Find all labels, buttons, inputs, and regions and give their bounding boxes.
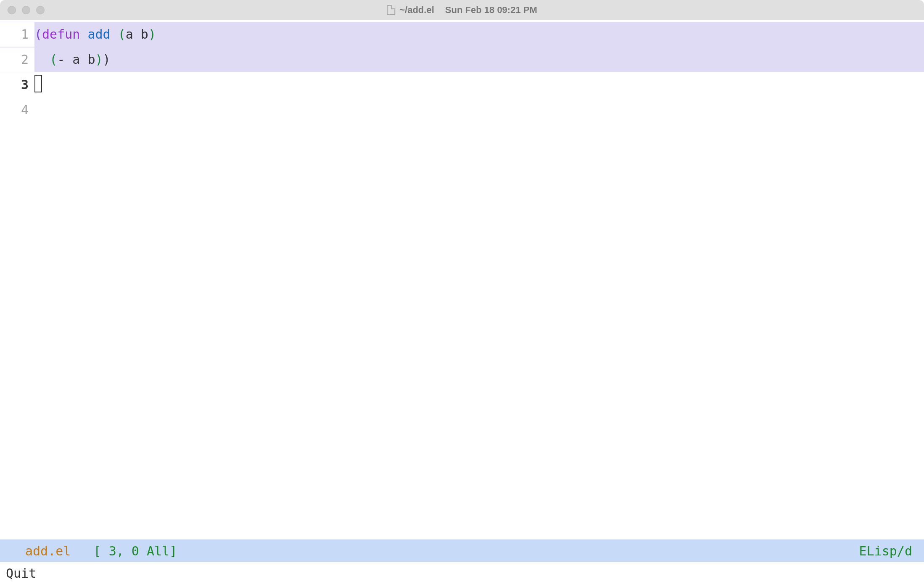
title-path: ~/add.el bbox=[399, 5, 434, 16]
modeline-mode: ELisp/d bbox=[859, 544, 912, 558]
close-window-button[interactable] bbox=[8, 6, 16, 14]
code-content[interactable]: (defun add (a b) bbox=[34, 22, 924, 47]
code-line[interactable]: 2 (- a b)) bbox=[0, 47, 924, 72]
title-datetime: Sun Feb 18 09:21 PM bbox=[445, 5, 537, 16]
line-number: 4 bbox=[0, 98, 34, 123]
modeline: add.el [ 3, 0 All] ELisp/d bbox=[0, 539, 924, 562]
line-number: 1 bbox=[0, 22, 34, 47]
code-content[interactable] bbox=[34, 73, 924, 97]
modeline-position: [ 3, 0 All] bbox=[94, 544, 177, 558]
line-number: 2 bbox=[0, 47, 34, 72]
traffic-lights bbox=[0, 6, 45, 14]
emacs-window: ~/add.el Sun Feb 18 09:21 PM 1(defun add… bbox=[0, 0, 924, 584]
minimize-window-button[interactable] bbox=[22, 6, 30, 14]
editor-area[interactable]: 1(defun add (a b)2 (- a b))34 bbox=[0, 20, 924, 539]
code-content[interactable]: (- a b)) bbox=[34, 47, 924, 72]
code-line[interactable]: 1(defun add (a b) bbox=[0, 22, 924, 47]
echo-text: Quit bbox=[6, 566, 36, 581]
file-icon bbox=[387, 5, 395, 15]
echo-area: Quit bbox=[0, 562, 924, 584]
line-number: 3 bbox=[0, 73, 34, 97]
maximize-window-button[interactable] bbox=[36, 6, 45, 14]
code-line[interactable]: 3 bbox=[0, 72, 924, 97]
modeline-buffer: add.el bbox=[25, 544, 71, 558]
title-center: ~/add.el Sun Feb 18 09:21 PM bbox=[387, 5, 537, 16]
code-line[interactable]: 4 bbox=[0, 97, 924, 123]
titlebar: ~/add.el Sun Feb 18 09:21 PM bbox=[0, 0, 924, 20]
text-cursor bbox=[34, 75, 42, 92]
